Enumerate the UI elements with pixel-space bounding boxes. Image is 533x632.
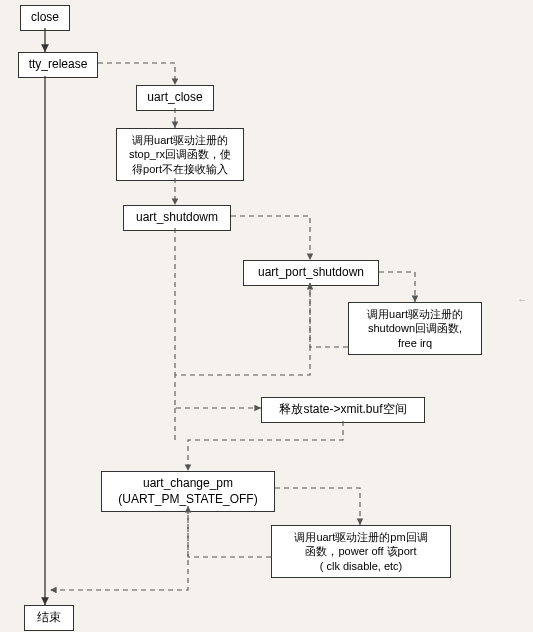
node-uart-change-pm: uart_change_pm (UART_PM_STATE_OFF) [101, 471, 275, 512]
node-free-xmit: 释放state->xmit.buf空间 [261, 397, 425, 423]
node-end: 结束 [24, 605, 74, 631]
node-close: close [20, 5, 70, 31]
edge-freexmit-to-changepm [188, 421, 343, 471]
edge-pmcb-return [188, 506, 271, 557]
node-shutdown-cb: 调用uart驱动注册的 shutdown回调函数, free irq [348, 302, 482, 355]
node-uart-close: uart_close [136, 85, 214, 111]
node-uart-shutdown: uart_shutdowm [123, 205, 231, 231]
node-uart-port-shutdown: uart_port_shutdown [243, 260, 379, 286]
edge-ttyrelease-to-uartclose [98, 63, 175, 85]
edge-uartshutdown-to-portshutdown [231, 216, 310, 260]
edge-changepm-to-spine [50, 506, 188, 590]
node-tty-release: tty_release [18, 52, 98, 78]
edge-to-freexmit [175, 283, 310, 408]
node-stop-rx-cb: 调用uart驱动注册的 stop_rx回调函数，使 得port不在接收输入 [116, 128, 244, 181]
edge-portshutdown-to-shutdowncb [379, 272, 415, 302]
flowchart-canvas: close tty_release uart_close 调用uart驱动注册的… [0, 0, 533, 632]
node-pm-cb: 调用uart驱动注册的pm回调 函数，power off 该port ( clk… [271, 525, 451, 578]
watermark: ← [517, 294, 527, 305]
edge-changepm-to-pmcb [275, 488, 360, 525]
edge-shutdowncb-return [310, 283, 348, 347]
